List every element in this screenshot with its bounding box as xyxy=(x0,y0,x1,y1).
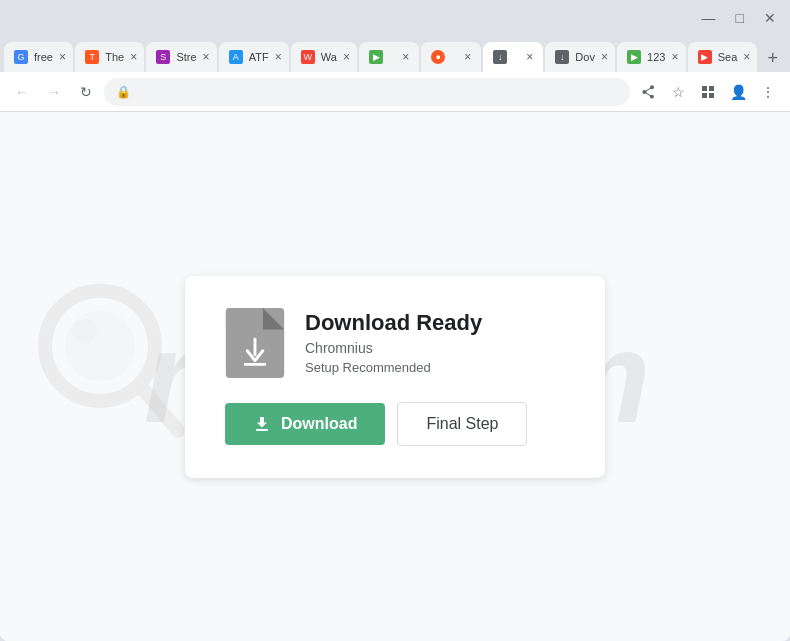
share-button[interactable] xyxy=(634,78,662,106)
tab-favicon-free: G xyxy=(14,50,28,64)
svg-rect-1 xyxy=(709,86,714,91)
tab-wa[interactable]: W Wa × xyxy=(291,42,357,72)
tab-close-active[interactable]: × xyxy=(526,50,533,64)
svg-point-6 xyxy=(73,318,97,342)
tab-sea[interactable]: ▶ Sea × xyxy=(688,42,758,72)
tab-stre[interactable]: S Stre × xyxy=(146,42,216,72)
card-subtitle: Chromnius xyxy=(305,340,482,356)
tab-close-123[interactable]: × xyxy=(671,50,678,64)
maximize-button[interactable]: □ xyxy=(730,8,750,28)
new-tab-button[interactable]: + xyxy=(759,44,786,72)
tab-the[interactable]: T The × xyxy=(75,42,144,72)
window-controls: — □ ✕ xyxy=(696,8,782,28)
tab-favicon-sea: ▶ xyxy=(698,50,712,64)
tab-favicon-stre: S xyxy=(156,50,170,64)
tab-close-atf[interactable]: × xyxy=(275,50,282,64)
svg-point-5 xyxy=(65,310,135,380)
download-button-label: Download xyxy=(281,415,357,433)
tab-favicon-123: ▶ xyxy=(627,50,641,64)
card-description: Setup Recommended xyxy=(305,360,482,375)
svg-rect-3 xyxy=(709,93,714,98)
tab-favicon-the: T xyxy=(85,50,99,64)
main-content: risk.com xyxy=(0,112,790,641)
tab-close-dov[interactable]: × xyxy=(601,50,608,64)
card-header: Download Ready Chromnius Setup Recommend… xyxy=(225,308,482,378)
tab-dov[interactable]: ↓ Dov × xyxy=(545,42,615,72)
tab-favicon-atf: A xyxy=(229,50,243,64)
profile-button[interactable]: 👤 xyxy=(724,78,752,106)
toolbar-right: ☆ 👤 ⋮ xyxy=(634,78,782,106)
magnifier-watermark xyxy=(30,275,190,459)
lock-icon: 🔒 xyxy=(116,85,131,99)
tab-label-free: free xyxy=(34,51,53,63)
tab-favicon-dov: ↓ xyxy=(555,50,569,64)
tab-label-dov: Dov xyxy=(575,51,595,63)
download-icon xyxy=(253,415,271,433)
browser-window: — □ ✕ G free × T The × S Stre × A ATF × … xyxy=(0,0,790,641)
refresh-button[interactable]: ↻ xyxy=(72,78,100,106)
file-icon xyxy=(225,308,285,378)
title-bar: — □ ✕ xyxy=(0,0,790,36)
tab-favicon-orange: ● xyxy=(431,50,445,64)
bookmark-button[interactable]: ☆ xyxy=(664,78,692,106)
tab-label-sea: Sea xyxy=(718,51,738,63)
final-step-button-label: Final Step xyxy=(426,415,498,432)
tab-close-the[interactable]: × xyxy=(130,50,137,64)
tab-download-active[interactable]: ↓ × xyxy=(483,42,543,72)
forward-button[interactable]: → xyxy=(40,78,68,106)
tab-close-sea[interactable]: × xyxy=(743,50,750,64)
svg-rect-13 xyxy=(256,429,268,431)
tab-favicon-wa: W xyxy=(301,50,315,64)
tab-label-the: The xyxy=(105,51,124,63)
svg-rect-10 xyxy=(226,308,263,329)
card-actions: Download Final Step xyxy=(225,402,527,446)
tab-close-wa[interactable]: × xyxy=(343,50,350,64)
tab-close-free[interactable]: × xyxy=(59,50,66,64)
card-title: Download Ready xyxy=(305,310,482,336)
download-card: Download Ready Chromnius Setup Recommend… xyxy=(185,276,605,478)
tab-label-123: 123 xyxy=(647,51,665,63)
download-button[interactable]: Download xyxy=(225,403,385,445)
address-bar-input[interactable]: 🔒 xyxy=(104,78,630,106)
address-bar: ← → ↻ 🔒 ☆ 👤 ⋮ xyxy=(0,72,790,112)
tab-label-atf: ATF xyxy=(249,51,269,63)
tab-close-stre[interactable]: × xyxy=(203,50,210,64)
tab-orange[interactable]: ● × xyxy=(421,42,481,72)
close-button[interactable]: ✕ xyxy=(758,8,782,28)
final-step-button[interactable]: Final Step xyxy=(397,402,527,446)
tab-green[interactable]: ▶ × xyxy=(359,42,419,72)
svg-point-4 xyxy=(45,290,155,400)
tabs-bar: G free × T The × S Stre × A ATF × W Wa ×… xyxy=(0,36,790,72)
menu-button[interactable]: ⋮ xyxy=(754,78,782,106)
tab-label-wa: Wa xyxy=(321,51,337,63)
tab-close-green[interactable]: × xyxy=(402,50,409,64)
tab-atf[interactable]: A ATF × xyxy=(219,42,289,72)
svg-line-7 xyxy=(142,387,178,430)
tab-favicon-green: ▶ xyxy=(369,50,383,64)
tab-123[interactable]: ▶ 123 × xyxy=(617,42,686,72)
tab-close-orange[interactable]: × xyxy=(464,50,471,64)
svg-rect-2 xyxy=(702,93,707,98)
tab-label-stre: Stre xyxy=(176,51,196,63)
tab-free[interactable]: G free × xyxy=(4,42,73,72)
card-info: Download Ready Chromnius Setup Recommend… xyxy=(305,310,482,375)
svg-rect-0 xyxy=(702,86,707,91)
back-button[interactable]: ← xyxy=(8,78,36,106)
extensions-button[interactable] xyxy=(694,78,722,106)
minimize-button[interactable]: — xyxy=(696,8,722,28)
tab-favicon-active: ↓ xyxy=(493,50,507,64)
